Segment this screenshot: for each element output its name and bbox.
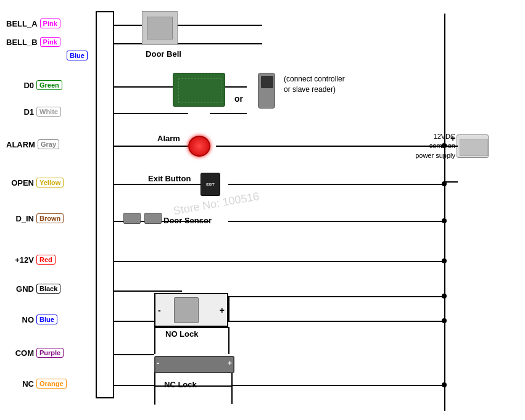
bell-b-badge: Pink <box>40 37 60 47</box>
power-plus-wire <box>444 146 458 147</box>
d1-text: D1 <box>6 107 34 117</box>
label-row-gnd: GND Black <box>6 284 60 294</box>
no-lock-minus: - <box>158 305 161 315</box>
12v-wire <box>114 261 444 262</box>
d0-badge: Green <box>36 80 62 90</box>
dot-din <box>442 218 447 223</box>
sensor-part-1 <box>123 213 141 224</box>
nc-v-bot <box>154 385 155 405</box>
label-row-din: D_IN Brown <box>6 213 64 223</box>
label-row-alarm: ALARM Gray <box>6 139 59 149</box>
d1-badge: White <box>36 107 61 117</box>
no-lock-box: - + <box>154 293 228 327</box>
nc-wire <box>114 385 154 386</box>
alarm-light <box>188 136 210 157</box>
nc-lock-plus: + <box>228 359 232 368</box>
keypad-reader <box>258 73 275 109</box>
12v-text: +12V <box>6 255 34 265</box>
gnd-wire-short <box>114 290 182 292</box>
com-v <box>154 327 155 354</box>
connect-info: (connect controlleror slave reader) <box>284 74 345 95</box>
din-text: D_IN <box>6 214 34 223</box>
no-lock-plus: + <box>220 305 225 315</box>
door-bell-label: Door Bell <box>142 49 185 59</box>
nc-right-v <box>231 385 233 404</box>
label-row-bell-b-blue: Blue <box>67 51 88 60</box>
no-top-wire <box>228 296 444 297</box>
dot-no-top <box>442 294 447 299</box>
nc-lock-minus: - <box>157 359 159 368</box>
circuit-board <box>173 73 225 107</box>
din-wire-right <box>228 221 444 222</box>
alarm-text: ALARM <box>6 140 35 149</box>
label-row-bell-b: BELL_B Pink <box>6 37 60 47</box>
gnd-text: GND <box>6 284 34 294</box>
open-wire-right <box>228 184 444 185</box>
power-minus-wire <box>444 181 458 183</box>
power-plus-sign: + <box>450 133 455 143</box>
alarm-wire <box>114 146 188 147</box>
label-row-nc: NC Orange <box>6 379 67 389</box>
no-text: NO <box>6 315 34 324</box>
sensor-part-2 <box>144 213 162 224</box>
open-badge: Yellow <box>36 178 64 187</box>
wiring-diagram: BELL_A Pink BELL_B Pink Blue D0 Green D1… <box>0 0 525 420</box>
label-row-open: OPEN Yellow <box>6 178 64 187</box>
controller-box <box>96 11 114 398</box>
nc-text: NC <box>6 379 34 389</box>
nc-right-wire <box>231 385 444 386</box>
com-right-v <box>228 327 229 354</box>
com-text: COM <box>6 348 34 358</box>
gnd-badge: Black <box>36 284 60 294</box>
no-lock-visual <box>174 297 199 323</box>
com-top-wire <box>154 327 228 328</box>
no-top-v <box>228 296 229 321</box>
dot-no <box>442 318 447 323</box>
label-row-no: NO Blue <box>6 315 57 324</box>
power-supply <box>457 134 489 158</box>
com-wire <box>114 354 154 355</box>
alarm-bus-top <box>444 14 445 146</box>
door-sensor-label: Door Sensor <box>163 216 212 225</box>
exit-button-label: Exit Button <box>148 174 191 183</box>
bell-b-wire <box>114 43 262 44</box>
nc-lock-label: NC Lock <box>164 380 197 389</box>
no-lock-label: NO Lock <box>165 329 198 339</box>
dot-nc <box>442 382 447 387</box>
alarm-label: Alarm <box>157 134 180 143</box>
door-bell-image <box>142 11 178 45</box>
din-badge: Brown <box>36 213 64 223</box>
nc-lock-box: - + <box>154 356 234 373</box>
no-wire <box>114 321 154 322</box>
bell-b-text: BELL_B <box>6 38 38 47</box>
label-row-d0: D0 Green <box>6 80 62 90</box>
dot-12v <box>442 258 447 263</box>
open-wire <box>114 184 210 185</box>
label-row-com: COM Purple <box>6 348 64 358</box>
d1-wire-ext <box>210 113 247 114</box>
no-wire-right <box>228 321 444 322</box>
bell-b-blue-badge: Blue <box>67 51 88 60</box>
exit-button: EXIT <box>200 173 220 196</box>
bell-a-text: BELL_A <box>6 19 38 28</box>
label-row-bell-a: BELL_A Pink <box>6 19 60 28</box>
bell-a-badge: Pink <box>40 19 60 28</box>
door-sensor <box>123 213 162 224</box>
no-badge: Blue <box>36 315 57 324</box>
alarm-badge: Gray <box>38 139 59 149</box>
d0-text: D0 <box>6 81 34 90</box>
com-badge: Purple <box>36 348 64 358</box>
nc-badge: Orange <box>36 379 67 389</box>
bell-a-wire <box>114 25 262 26</box>
label-row-d1: D1 White <box>6 107 61 117</box>
open-text: OPEN <box>6 178 34 187</box>
12v-badge: Red <box>36 255 56 265</box>
label-row-12v: +12V Red <box>6 255 56 265</box>
d1-wire <box>114 113 188 114</box>
or-label: or <box>234 94 243 104</box>
